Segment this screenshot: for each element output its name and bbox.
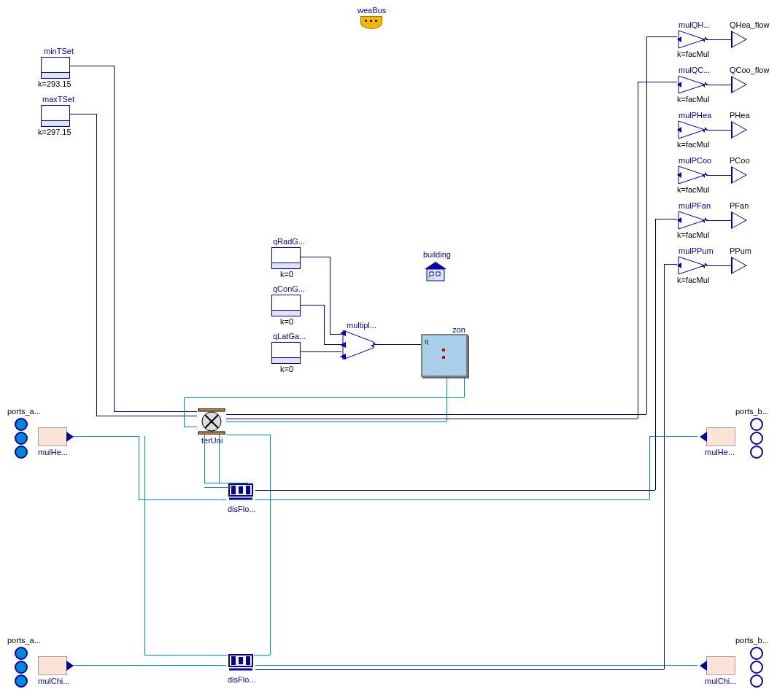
mintset-label: minTSet bbox=[44, 47, 74, 55]
svg-marker-40 bbox=[679, 257, 705, 274]
qlat-k: k=0 bbox=[280, 365, 293, 373]
disflo-top-block[interactable] bbox=[226, 481, 255, 503]
output-5-port[interactable] bbox=[731, 257, 747, 274]
port-a-top-1[interactable] bbox=[15, 418, 28, 431]
port-b-bot-1[interactable] bbox=[750, 647, 763, 660]
mulchi-right-label: mulChi... bbox=[705, 677, 736, 685]
gain-5-label: mulPPum bbox=[679, 246, 714, 255]
qrad-label: qRadG... bbox=[273, 237, 305, 246]
port-b-top-3[interactable] bbox=[750, 446, 763, 459]
qlat-block[interactable] bbox=[271, 342, 301, 364]
gain-4-block[interactable] bbox=[677, 210, 705, 229]
gain-4-label: mulPFan bbox=[679, 201, 711, 210]
qrad-k: k=0 bbox=[280, 270, 293, 279]
port-b-top-1[interactable] bbox=[750, 418, 763, 431]
mulchi-left-label: mulChi... bbox=[38, 677, 69, 685]
gain-3-label: mulPCoo bbox=[679, 156, 711, 165]
gain-1-label: mulQC... bbox=[679, 66, 710, 74]
mulchi-right-block[interactable] bbox=[706, 656, 735, 675]
gain-5-k: k=facMul bbox=[677, 276, 709, 284]
maxtset-label: maxTSet bbox=[42, 95, 74, 104]
teruni-block[interactable] bbox=[197, 408, 226, 435]
ports-a-bot-label: ports_a... bbox=[7, 636, 41, 645]
mulchi-left-block[interactable] bbox=[38, 656, 67, 675]
svg-rect-21 bbox=[231, 656, 236, 665]
maxtset-k: k=297.15 bbox=[38, 128, 71, 136]
svg-rect-23 bbox=[239, 657, 243, 664]
zone-label: zon bbox=[451, 325, 465, 334]
svg-marker-25 bbox=[679, 31, 705, 48]
building-label: building bbox=[423, 250, 451, 259]
disflo-bot-label: disFlo... bbox=[228, 675, 256, 684]
gain-2-block[interactable] bbox=[677, 120, 705, 139]
port-b-bot-2[interactable] bbox=[750, 661, 763, 674]
svg-rect-22 bbox=[246, 656, 250, 665]
gain-2-label: mulPHea bbox=[679, 111, 711, 120]
qcon-label: qConG... bbox=[273, 284, 305, 293]
svg-rect-8 bbox=[436, 272, 440, 276]
svg-rect-18 bbox=[239, 486, 243, 494]
output-5-label: PPum bbox=[730, 246, 751, 255]
port-b-bot-3[interactable] bbox=[750, 674, 763, 688]
mintset-block[interactable] bbox=[41, 57, 70, 79]
mulhe-left-label: mulHe... bbox=[38, 448, 68, 456]
disflo-bot-block[interactable] bbox=[226, 652, 255, 674]
gain-3-k: k=facMul bbox=[677, 185, 709, 194]
disflo-top-label: disFlo... bbox=[228, 505, 256, 513]
ports-b-bot-label: ports_b... bbox=[735, 636, 769, 645]
qlat-label: qLatGa... bbox=[273, 332, 306, 341]
svg-marker-31 bbox=[679, 121, 705, 139]
output-0-port[interactable] bbox=[731, 31, 747, 48]
mux-block[interactable] bbox=[340, 330, 376, 359]
port-a-top-2[interactable] bbox=[15, 432, 28, 445]
ports-a-top-label: ports_a... bbox=[7, 407, 41, 416]
port-a-top-3[interactable] bbox=[15, 446, 28, 459]
zone-q-label: q bbox=[425, 338, 428, 345]
gain-0-block[interactable] bbox=[677, 29, 705, 48]
output-1-port[interactable] bbox=[731, 76, 747, 93]
svg-text:?→: ?→ bbox=[428, 276, 436, 281]
qrad-block[interactable] bbox=[271, 247, 301, 269]
gain-3-block[interactable] bbox=[677, 165, 705, 184]
mulhe-right-label: mulHe... bbox=[705, 448, 735, 456]
qcon-k: k=0 bbox=[280, 317, 293, 326]
svg-rect-10 bbox=[198, 408, 225, 411]
output-3-label: PCoo bbox=[730, 156, 750, 165]
gain-1-k: k=facMul bbox=[677, 95, 709, 104]
maxtset-block[interactable] bbox=[41, 105, 70, 127]
port-a-bot-2[interactable] bbox=[15, 661, 28, 674]
svg-marker-34 bbox=[679, 166, 705, 184]
mintset-k: k=293.15 bbox=[38, 79, 71, 88]
mulhe-right-block[interactable] bbox=[706, 427, 735, 446]
gain-1-block[interactable] bbox=[677, 74, 705, 93]
port-a-bot-3[interactable] bbox=[15, 674, 28, 688]
output-4-label: PFan bbox=[730, 201, 749, 210]
gain-0-label: mulQH... bbox=[679, 20, 710, 29]
svg-marker-37 bbox=[679, 211, 705, 229]
gain-5-block[interactable] bbox=[677, 255, 705, 274]
output-1-label: QCoo_flow bbox=[730, 66, 769, 74]
mulhe-left-block[interactable] bbox=[38, 427, 67, 446]
gain-0-k: k=facMul bbox=[677, 50, 709, 58]
svg-rect-11 bbox=[198, 432, 225, 435]
output-0-label: QHea_flow bbox=[730, 20, 769, 29]
mux-label: multipl... bbox=[347, 321, 376, 330]
output-3-port[interactable] bbox=[731, 166, 747, 184]
output-4-port[interactable] bbox=[731, 211, 747, 229]
svg-marker-28 bbox=[679, 76, 705, 93]
output-2-port[interactable] bbox=[731, 121, 747, 139]
svg-rect-17 bbox=[246, 486, 250, 494]
qcon-block[interactable] bbox=[271, 295, 301, 316]
svg-marker-6 bbox=[425, 262, 447, 269]
gain-2-k: k=facMul bbox=[677, 140, 709, 149]
output-2-label: PHea bbox=[730, 111, 750, 120]
building-icon[interactable]: ?→ bbox=[425, 260, 447, 282]
svg-marker-0 bbox=[343, 330, 374, 359]
weabus-label: weaBus bbox=[357, 6, 386, 15]
port-a-bot-1[interactable] bbox=[15, 647, 28, 660]
gain-4-k: k=facMul bbox=[677, 230, 709, 239]
zone-block[interactable]: q bbox=[421, 334, 468, 377]
weabus-icon[interactable] bbox=[360, 16, 382, 29]
ports-b-top-label: ports_b... bbox=[735, 407, 769, 416]
port-b-top-2[interactable] bbox=[750, 432, 763, 445]
